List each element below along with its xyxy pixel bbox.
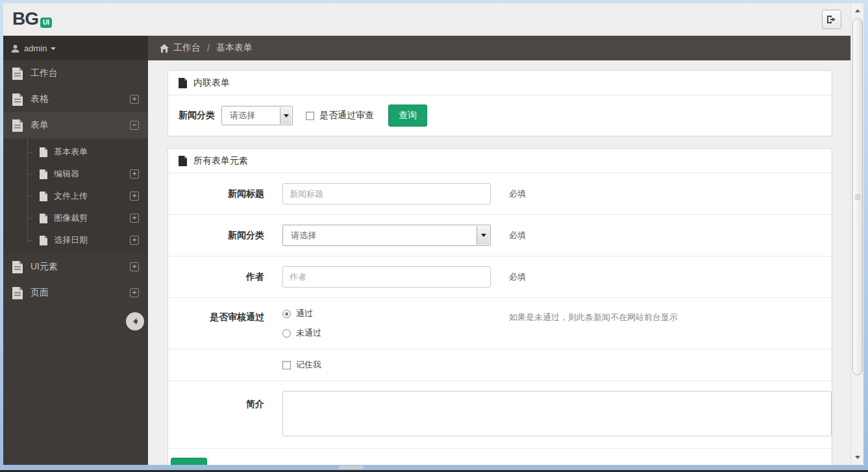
- sidebar-subitem-editor[interactable]: 编辑器 +: [3, 163, 148, 185]
- sidebar-item-label: 表单: [31, 119, 49, 131]
- submit-row: [168, 449, 832, 465]
- logo-badge: UI: [40, 18, 52, 28]
- user-icon: [11, 44, 19, 53]
- news-category-select[interactable]: 请选择: [282, 225, 491, 246]
- inline-form-panel-header: 内联表单: [168, 71, 832, 95]
- sidebar-item-pages[interactable]: 页面 +: [3, 280, 148, 306]
- browser-viewport: BG UI admin 工作台 表格 + 表单: [3, 3, 850, 465]
- scrollbar-grip: [855, 195, 860, 199]
- sidebar-subitem-label: 基本表单: [54, 146, 88, 158]
- sidebar-subitem-label: 选择日期: [54, 234, 88, 246]
- expand-plus-icon[interactable]: +: [130, 192, 139, 201]
- remember-me-checkbox[interactable]: [282, 361, 291, 369]
- file-icon: [179, 156, 187, 166]
- sidebar-submenu-forms: 基本表单 编辑器 + 文件上传 + 图像裁剪 + 选择日期 +: [3, 138, 148, 254]
- all-form-elements-header: 所有表单元素: [168, 149, 832, 173]
- required-hint: 必填: [509, 188, 526, 200]
- panel-title: 所有表单元素: [193, 155, 248, 167]
- main-area: 工作台 / 基本表单 内联表单 新闻分类 请选择: [148, 36, 850, 465]
- user-menu[interactable]: admin: [3, 36, 148, 60]
- select-arrow-icon[interactable]: [477, 226, 490, 245]
- home-icon: [160, 44, 169, 53]
- expand-plus-icon[interactable]: +: [130, 169, 139, 179]
- sidebar-subitem-basic-form[interactable]: 基本表单: [3, 141, 148, 163]
- scroll-down-icon[interactable]: [852, 452, 863, 463]
- category-label: 新闻分类: [179, 110, 215, 121]
- sidebar-subitem-image-crop[interactable]: 图像裁剪 +: [3, 207, 148, 229]
- sidebar-item-label: 表格: [31, 93, 49, 105]
- review-filter-checkbox-group[interactable]: 是否通过审查: [306, 110, 374, 121]
- expand-plus-icon[interactable]: +: [130, 95, 139, 104]
- expand-plus-icon[interactable]: +: [130, 262, 139, 271]
- logout-button[interactable]: [822, 10, 841, 29]
- expand-plus-icon[interactable]: +: [130, 236, 139, 245]
- horizontal-scrollbar-thumb[interactable]: [339, 466, 364, 469]
- breadcrumb-current: 基本表单: [216, 42, 253, 54]
- review-status-label: 是否审核通过: [168, 308, 282, 323]
- required-hint: 必填: [509, 271, 526, 283]
- radio-pass-option[interactable]: 通过: [282, 308, 491, 319]
- expand-plus-icon[interactable]: +: [130, 214, 139, 223]
- collapse-minus-icon[interactable]: −: [130, 121, 139, 130]
- author-input[interactable]: [282, 266, 491, 288]
- logout-icon: [826, 15, 837, 24]
- breadcrumb-separator: /: [207, 43, 210, 53]
- sidebar-item-label: 工作台: [31, 68, 58, 79]
- scrollbar-thumb[interactable]: [852, 18, 863, 375]
- file-icon: [40, 147, 47, 157]
- intro-textarea[interactable]: [282, 391, 832, 436]
- sidebar-subitem-file-upload[interactable]: 文件上传 +: [3, 185, 148, 207]
- review-filter-checkbox[interactable]: [306, 112, 314, 120]
- intro-label: 简介: [168, 391, 282, 410]
- caret-down-icon: [51, 47, 56, 50]
- sidebar-collapse-button[interactable]: [126, 312, 144, 330]
- sidebar-subitem-date-picker[interactable]: 选择日期 +: [3, 229, 148, 251]
- select-arrow-icon[interactable]: [280, 107, 291, 124]
- expand-plus-icon[interactable]: +: [130, 288, 139, 297]
- collapse-icon: [131, 317, 139, 325]
- file-icon: [12, 68, 23, 80]
- file-icon: [12, 261, 23, 273]
- news-category-label: 新闻分类: [168, 230, 282, 242]
- required-hint: 必填: [509, 230, 526, 242]
- file-icon: [12, 287, 23, 299]
- sidebar-item-workbench[interactable]: 工作台: [3, 60, 148, 86]
- category-select[interactable]: 请选择: [221, 106, 293, 125]
- remember-me-label: 记住我: [296, 359, 321, 371]
- sidebar: admin 工作台 表格 + 表单 − 基本表单 编辑器 +: [3, 36, 148, 465]
- review-status-row: 是否审核通过 通过 未通过 如果是未通过，则此条新闻不在网站前台显示: [168, 298, 832, 349]
- radio-pass[interactable]: [282, 310, 291, 318]
- radio-fail[interactable]: [282, 329, 291, 338]
- radio-fail-option[interactable]: 未通过: [282, 327, 491, 339]
- category-select-value: 请选择: [230, 110, 255, 121]
- sidebar-subitem-label: 编辑器: [54, 168, 79, 180]
- scroll-up-icon[interactable]: [852, 5, 863, 16]
- sidebar-item-label: UI元素: [31, 261, 58, 273]
- breadcrumb-home[interactable]: 工作台: [173, 42, 201, 54]
- radio-fail-label: 未通过: [296, 327, 321, 339]
- app-logo[interactable]: BG UI: [12, 8, 52, 29]
- sidebar-item-tables[interactable]: 表格 +: [3, 86, 148, 112]
- news-title-input[interactable]: [282, 183, 491, 205]
- remember-me-option[interactable]: 记住我: [282, 359, 491, 371]
- file-icon: [12, 119, 23, 132]
- sidebar-item-label: 页面: [31, 287, 49, 299]
- news-category-select-value: 请选择: [291, 230, 316, 242]
- search-button[interactable]: 查询: [388, 105, 427, 127]
- news-title-label: 新闻标题: [168, 188, 282, 200]
- news-title-row: 新闻标题 必填: [168, 173, 832, 215]
- intro-row: 简介: [168, 381, 832, 449]
- file-icon: [40, 169, 47, 179]
- author-row: 作者 必填: [168, 256, 832, 298]
- inline-form-panel: 内联表单 新闻分类 请选择 是否通过审查 查询: [167, 70, 832, 136]
- file-icon: [40, 214, 47, 223]
- file-icon: [179, 78, 187, 88]
- sidebar-item-ui-elements[interactable]: UI元素 +: [3, 254, 148, 280]
- page-content: 内联表单 新闻分类 请选择 是否通过审查 查询: [148, 60, 850, 465]
- submit-button[interactable]: [171, 458, 207, 465]
- sidebar-item-forms[interactable]: 表单 −: [3, 112, 148, 138]
- inline-form-body: 新闻分类 请选择 是否通过审查 查询: [168, 95, 832, 136]
- vertical-scrollbar[interactable]: [850, 3, 863, 465]
- radio-pass-label: 通过: [296, 308, 313, 319]
- panel-title: 内联表单: [193, 77, 230, 89]
